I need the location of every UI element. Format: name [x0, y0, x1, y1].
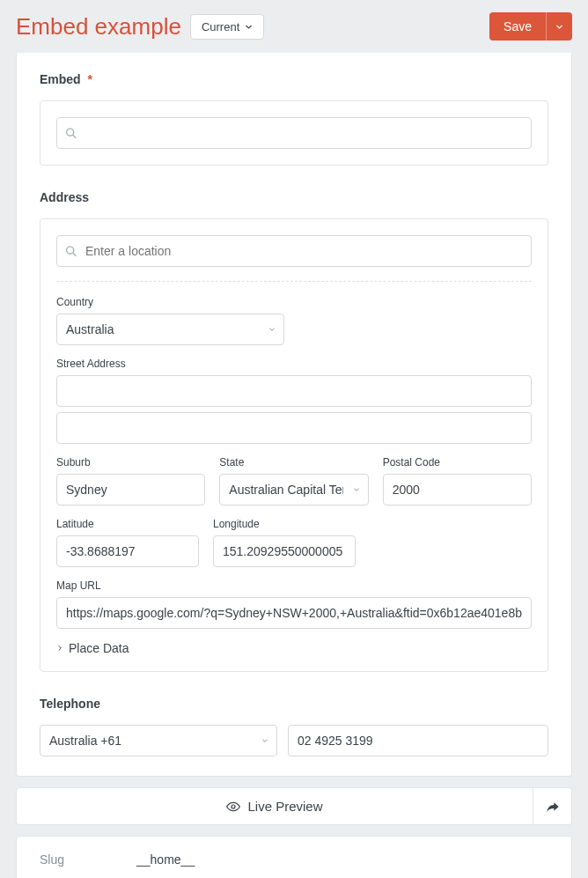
svg-point-0 — [67, 129, 74, 136]
page-title: Embed example — [16, 13, 181, 41]
share-icon — [546, 801, 560, 813]
country-label: Country — [56, 296, 532, 308]
state-select[interactable]: Australian Capital Territory — [219, 474, 368, 505]
place-data-label: Place Data — [69, 641, 129, 655]
tel-number-input[interactable] — [288, 725, 548, 756]
preview-bar: Live Preview — [16, 787, 572, 825]
telephone-heading: Telephone — [40, 697, 548, 711]
embed-heading-text: Embed — [40, 72, 81, 86]
postal-label: Postal Code — [383, 456, 532, 469]
latitude-label: Latitude — [56, 518, 199, 530]
address-box: Country Australia Street Address Suburb … — [40, 218, 548, 672]
embed-box — [40, 100, 548, 166]
address-search-input[interactable] — [56, 235, 532, 267]
svg-point-2 — [232, 805, 235, 808]
main-panel: Embed * Address Country Australia — [16, 53, 572, 777]
required-asterisk: * — [88, 72, 92, 86]
revision-label: Current — [202, 20, 239, 33]
slug-label: Slug — [40, 852, 136, 867]
embed-search-input[interactable] — [56, 117, 532, 149]
header-bar: Embed example Current Save — [0, 0, 588, 53]
slug-row: Slug __home__ — [17, 837, 571, 878]
mapurl-input[interactable] — [56, 597, 532, 629]
street-line2-input[interactable] — [56, 412, 532, 444]
meta-panel: Slug __home__ Author leevi@newism.com.au… — [16, 836, 572, 878]
suburb-input[interactable] — [56, 474, 205, 505]
live-preview-label: Live Preview — [247, 799, 322, 814]
latitude-input[interactable] — [56, 535, 199, 567]
embed-heading: Embed * — [40, 72, 548, 86]
street-line1-input[interactable] — [56, 375, 532, 407]
live-preview-button[interactable]: Live Preview — [16, 787, 533, 825]
save-dropdown-button[interactable] — [546, 12, 572, 41]
place-data-toggle[interactable]: Place Data — [56, 641, 532, 655]
address-heading: Address — [40, 190, 548, 204]
tel-country-code-select[interactable]: Australia +61 — [40, 725, 277, 756]
share-button[interactable] — [533, 787, 572, 825]
country-select[interactable]: Australia — [56, 314, 284, 345]
suburb-label: Suburb — [56, 456, 205, 469]
mapurl-label: Map URL — [56, 579, 532, 592]
svg-point-1 — [67, 247, 74, 254]
chevron-down-icon — [555, 23, 563, 31]
longitude-label: Longitude — [213, 518, 356, 530]
search-icon — [65, 246, 77, 257]
postal-input[interactable] — [383, 474, 532, 505]
longitude-input[interactable] — [213, 535, 356, 567]
slug-value[interactable]: __home__ — [136, 852, 548, 867]
save-button[interactable]: Save — [489, 12, 546, 41]
revision-selector[interactable]: Current — [190, 14, 264, 40]
street-label: Street Address — [56, 358, 532, 370]
chevron-right-icon — [56, 644, 63, 653]
search-icon — [65, 128, 77, 139]
state-label: State — [219, 456, 368, 469]
save-button-group: Save — [489, 12, 572, 41]
eye-icon — [226, 801, 240, 812]
chevron-down-icon — [245, 23, 253, 31]
